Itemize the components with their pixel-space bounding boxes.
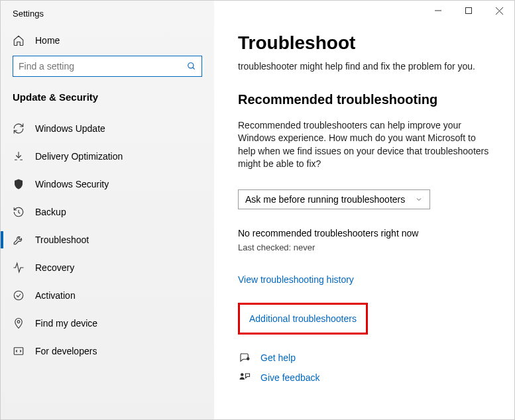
svg-rect-4 bbox=[14, 348, 23, 355]
sidebar-item-label: Find my device bbox=[35, 318, 97, 329]
dropdown-value: Ask me before running troubleshooters bbox=[245, 194, 405, 205]
sidebar-item-recovery[interactable]: Recovery bbox=[1, 254, 214, 282]
sidebar-item-label: Delivery Optimization bbox=[35, 151, 123, 162]
window-controls bbox=[423, 1, 514, 21]
view-history-link[interactable]: View troubleshooting history bbox=[238, 274, 354, 285]
shield-icon bbox=[13, 178, 25, 190]
check-circle-icon bbox=[13, 289, 25, 301]
svg-point-11 bbox=[241, 373, 244, 376]
search-input-container[interactable] bbox=[13, 56, 202, 77]
history-icon bbox=[13, 206, 25, 218]
sidebar-item-backup[interactable]: Backup bbox=[1, 198, 214, 226]
recovery-icon bbox=[13, 262, 25, 274]
wrench-icon bbox=[13, 234, 25, 246]
maximize-button[interactable] bbox=[453, 1, 484, 21]
sync-icon bbox=[13, 123, 25, 134]
sidebar-item-windows-update[interactable]: Windows Update bbox=[1, 115, 214, 142]
download-icon bbox=[13, 150, 25, 162]
developer-icon bbox=[13, 345, 25, 357]
window-title: Settings bbox=[1, 9, 214, 30]
minimize-button[interactable] bbox=[423, 1, 453, 21]
home-icon bbox=[13, 34, 25, 46]
search-input[interactable] bbox=[19, 61, 187, 72]
intro-text: troubleshooter might help find and fix t… bbox=[238, 60, 490, 74]
give-feedback-link[interactable]: Give feedback bbox=[260, 372, 320, 383]
get-help-link[interactable]: Get help bbox=[260, 352, 296, 363]
highlight-annotation: Additional troubleshooters bbox=[238, 303, 368, 335]
section-body: Recommended troubleshooters can help imp… bbox=[238, 119, 490, 171]
sidebar-item-label: Recovery bbox=[35, 262, 74, 273]
sidebar-item-label: Windows Update bbox=[35, 123, 105, 134]
sidebar-item-label: Windows Security bbox=[35, 179, 109, 189]
svg-point-3 bbox=[17, 321, 20, 323]
svg-point-0 bbox=[188, 63, 194, 68]
troubleshoot-preference-dropdown[interactable]: Ask me before running troubleshooters bbox=[238, 189, 430, 209]
feedback-icon bbox=[238, 372, 251, 384]
sidebar-item-label: Troubleshoot bbox=[35, 235, 89, 245]
location-icon bbox=[13, 317, 25, 329]
svg-text:?: ? bbox=[247, 358, 249, 360]
search-icon bbox=[187, 62, 196, 71]
sidebar-item-activation[interactable]: Activation bbox=[1, 282, 214, 309]
status-text: No recommended troubleshooters right now bbox=[238, 228, 490, 238]
home-button[interactable]: Home bbox=[1, 30, 214, 56]
sidebar-item-label: Activation bbox=[35, 290, 76, 301]
svg-rect-6 bbox=[466, 8, 472, 14]
additional-troubleshooters-link[interactable]: Additional troubleshooters bbox=[249, 313, 357, 324]
sidebar: Settings Home Update & Security Windows … bbox=[1, 1, 214, 419]
sidebar-item-delivery-optimization[interactable]: Delivery Optimization bbox=[1, 142, 214, 170]
sidebar-item-for-developers[interactable]: For developers bbox=[1, 337, 214, 365]
section-header: Update & Security bbox=[1, 91, 214, 115]
content-area: Troubleshoot troubleshooter might help f… bbox=[214, 1, 514, 392]
last-checked-text: Last checked: never bbox=[238, 242, 490, 252]
home-label: Home bbox=[35, 35, 60, 46]
section-heading: Recommended troubleshooting bbox=[238, 92, 490, 107]
sidebar-item-troubleshoot[interactable]: Troubleshoot bbox=[1, 226, 214, 254]
get-help-row[interactable]: ? Get help bbox=[238, 352, 490, 364]
svg-line-1 bbox=[193, 68, 195, 70]
svg-point-2 bbox=[14, 291, 23, 300]
chevron-down-icon bbox=[415, 195, 423, 203]
page-title: Troubleshoot bbox=[238, 32, 490, 54]
give-feedback-row[interactable]: Give feedback bbox=[238, 372, 490, 384]
sidebar-item-windows-security[interactable]: Windows Security bbox=[1, 170, 214, 198]
sidebar-item-find-my-device[interactable]: Find my device bbox=[1, 309, 214, 337]
close-button[interactable] bbox=[484, 1, 514, 21]
main-panel: Troubleshoot troubleshooter might help f… bbox=[214, 1, 514, 419]
chat-icon: ? bbox=[238, 352, 251, 364]
sidebar-item-label: For developers bbox=[35, 346, 97, 356]
sidebar-item-label: Backup bbox=[35, 207, 66, 217]
